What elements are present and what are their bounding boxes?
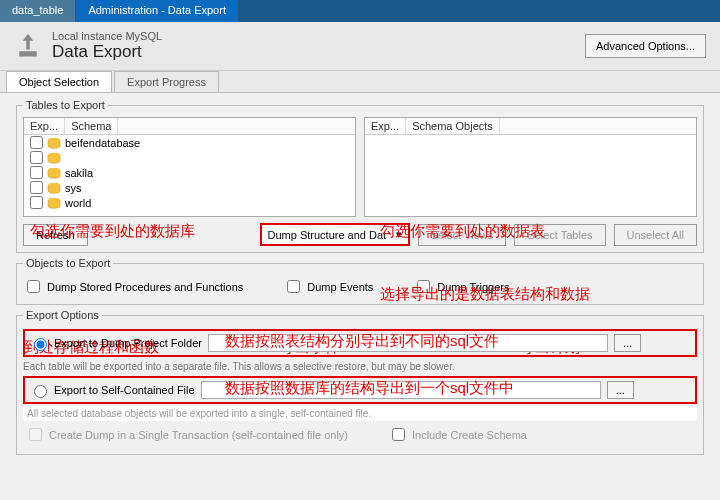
tab-object-selection[interactable]: Object Selection [6, 71, 112, 92]
schema-checkbox[interactable] [30, 196, 43, 209]
chk-events[interactable]: Dump Events [283, 277, 373, 296]
tab-admin-export[interactable]: Administration - Data Export [76, 0, 239, 22]
col-export: Exp... [24, 118, 65, 134]
database-icon [47, 167, 61, 179]
instance-label: Local instance MySQL [52, 30, 162, 42]
chk-create-schema[interactable]: Include Create Schema [388, 425, 527, 444]
col-schema: Schema [65, 118, 118, 134]
tab-export-progress[interactable]: Export Progress [114, 71, 219, 92]
browse-file-button[interactable]: ... [607, 381, 634, 399]
schema-checkbox[interactable] [30, 166, 43, 179]
self-contained-path[interactable] [201, 381, 601, 399]
select-views-button: Select Views [418, 224, 507, 246]
radio-project-folder[interactable]: Export to Dump Project Folder [29, 335, 202, 351]
refresh-button[interactable]: Refresh [23, 224, 88, 246]
radio-self-contained[interactable]: Export to Self-Contained File [29, 382, 195, 398]
export-icon [14, 32, 42, 60]
project-folder-path[interactable] [208, 334, 608, 352]
select-tables-button: Select Tables [514, 224, 605, 246]
col-export2: Exp... [365, 118, 406, 134]
dump-type-select[interactable]: Dump Structure and Dat▾ [260, 223, 410, 246]
schema-name: sakila [65, 167, 93, 179]
objects-legend: Objects to Export [23, 257, 113, 269]
database-icon [47, 152, 61, 164]
schema-checkbox[interactable] [30, 151, 43, 164]
schema-name: beifendatabase [65, 137, 140, 149]
database-icon [47, 197, 61, 209]
tables-legend: Tables to Export [23, 99, 108, 111]
chevron-down-icon: ▾ [396, 228, 402, 241]
hint-file: All selected database objects will be ex… [23, 406, 697, 421]
database-icon [47, 182, 61, 194]
schema-name: sys [65, 182, 82, 194]
col-objects: Schema Objects [406, 118, 500, 134]
chk-stored-proc[interactable]: Dump Stored Procedures and Functions [23, 277, 243, 296]
schema-name: world [65, 197, 91, 209]
svg-rect-0 [19, 51, 37, 56]
chk-triggers[interactable]: Dump Triggers [413, 277, 509, 296]
schema-row[interactable] [24, 150, 355, 165]
objects-pane[interactable]: Exp...Schema Objects [364, 117, 697, 217]
tab-data-table[interactable]: data_table [0, 0, 76, 22]
schema-checkbox[interactable] [30, 181, 43, 194]
database-icon [47, 137, 61, 149]
unselect-all-button: Unselect All [614, 224, 697, 246]
schema-row[interactable]: beifendatabase [24, 135, 355, 150]
schema-row[interactable]: sys [24, 180, 355, 195]
schema-row[interactable]: sakila [24, 165, 355, 180]
advanced-options-button[interactable]: Advanced Options... [585, 34, 706, 58]
options-legend: Export Options [23, 309, 102, 321]
schema-checkbox[interactable] [30, 136, 43, 149]
hint-folder: Each table will be exported into a separ… [23, 359, 697, 374]
schema-row[interactable]: world [24, 195, 355, 210]
chk-single-transaction: Create Dump in a Single Transaction (sel… [25, 425, 348, 444]
schema-pane[interactable]: Exp...Schema beifendatabasesakilasysworl… [23, 117, 356, 217]
page-title: Data Export [52, 42, 162, 62]
browse-folder-button[interactable]: ... [614, 334, 641, 352]
